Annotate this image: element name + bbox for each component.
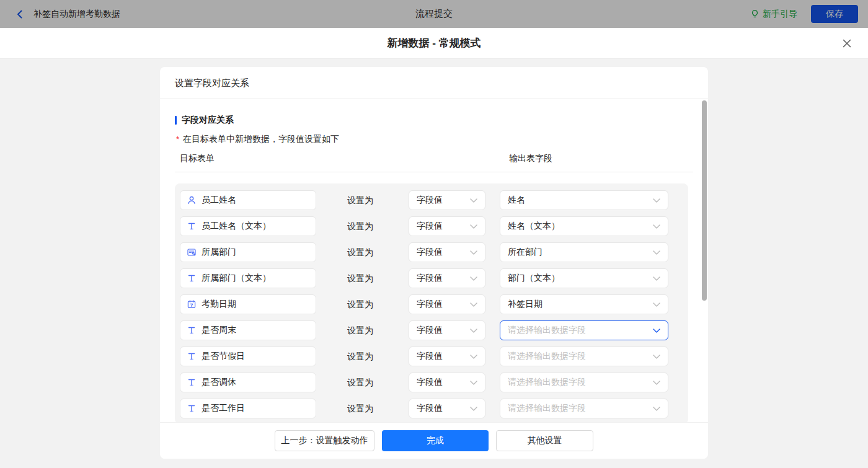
save-button[interactable]: 保存	[811, 5, 858, 23]
card-footer: 上一步：设置触发动作 完成 其他设置	[160, 422, 708, 459]
value-mode-text: 字段值	[417, 325, 466, 336]
target-field-box: 是否调休	[180, 373, 316, 392]
field-mapping-row: 是否工作日 设置为 字段值 请选择输出数据字段	[175, 399, 688, 418]
text-icon	[187, 377, 197, 387]
output-field-text: 请选择输出数据字段	[508, 403, 649, 414]
value-mode-select[interactable]: 字段值	[409, 242, 485, 262]
output-field-select[interactable]: 姓名	[500, 190, 668, 210]
value-mode-select[interactable]: 字段值	[409, 294, 485, 314]
section-title: 字段对应关系	[175, 115, 693, 126]
chevron-down-icon	[653, 250, 660, 255]
set-to-label: 设置为	[347, 216, 373, 236]
guide-button[interactable]: 新手引导	[750, 9, 797, 20]
target-field-box: 是否周末	[180, 320, 316, 340]
set-to-label: 设置为	[347, 347, 373, 366]
person-icon	[187, 195, 197, 205]
dialog-body: 设置字段对应关系 字段对应关系 *在目标表单中新增数据，字段值设置如下 目标表单…	[0, 59, 868, 468]
output-field-select[interactable]: 补签日期	[500, 294, 668, 314]
close-icon	[841, 37, 853, 50]
scrollbar-thumb[interactable]	[702, 100, 707, 301]
chevron-down-icon	[653, 407, 660, 411]
output-field-select[interactable]: 姓名（文本）	[500, 216, 668, 236]
target-field-label: 考勤日期	[202, 299, 236, 310]
chevron-down-icon	[470, 198, 477, 203]
set-to-label: 设置为	[347, 320, 373, 340]
done-button[interactable]: 完成	[382, 430, 489, 451]
value-mode-text: 字段值	[417, 273, 466, 284]
column-headers: 目标表单 输出表字段	[175, 145, 693, 172]
set-to-label: 设置为	[347, 268, 373, 288]
set-to-label: 设置为	[347, 373, 373, 392]
chevron-down-icon	[470, 355, 477, 359]
chevron-down-icon	[653, 198, 660, 203]
dialog-title-bar: 新增数据 - 常规模式	[0, 28, 868, 59]
column-header-target: 目标表单	[180, 153, 215, 164]
text-icon	[187, 273, 197, 283]
output-field-text: 姓名（文本）	[508, 221, 649, 232]
chevron-down-icon	[653, 276, 660, 281]
target-field-box: 考勤日期	[180, 294, 316, 314]
close-button[interactable]	[841, 37, 853, 50]
target-field-label: 是否调休	[202, 377, 236, 388]
chevron-down-icon	[653, 224, 660, 229]
chevron-down-icon	[470, 329, 477, 333]
output-field-select[interactable]: 请选择输出数据字段	[500, 399, 668, 418]
page-title: 流程提交	[0, 8, 868, 20]
target-field-label: 所属部门	[202, 247, 236, 258]
output-field-text: 所在部门	[508, 247, 649, 258]
required-asterisk: *	[176, 135, 179, 144]
set-to-label: 设置为	[347, 190, 373, 210]
output-field-text: 请选择输出数据字段	[508, 377, 649, 388]
field-mapping-list: 员工姓名 设置为 字段值 姓名 员工姓名（文本） 设置为 字段值 姓名（文本）	[175, 183, 688, 422]
field-mapping-row: 员工姓名（文本） 设置为 字段值 姓名（文本）	[175, 216, 688, 236]
chevron-down-icon	[653, 329, 660, 333]
dialog-title: 新增数据 - 常规模式	[387, 36, 480, 50]
scrollbar[interactable]	[702, 100, 707, 386]
output-field-text: 姓名	[508, 195, 649, 206]
other-settings-button[interactable]: 其他设置	[496, 430, 593, 451]
field-mapping-row: 考勤日期 设置为 字段值 补签日期	[175, 294, 688, 314]
output-field-text: 请选择输出数据字段	[508, 325, 649, 336]
target-field-label: 所属部门（文本）	[202, 273, 271, 284]
value-mode-text: 字段值	[417, 351, 466, 362]
field-mapping-row: 所属部门 设置为 字段值 所在部门	[175, 242, 688, 262]
target-field-box: 员工姓名（文本）	[180, 216, 316, 236]
target-field-label: 是否周末	[202, 325, 236, 336]
output-field-select[interactable]: 请选择输出数据字段	[500, 347, 668, 366]
field-mapping-card: 设置字段对应关系 字段对应关系 *在目标表单中新增数据，字段值设置如下 目标表单…	[160, 67, 708, 459]
value-mode-select[interactable]: 字段值	[409, 190, 485, 210]
field-mapping-row: 是否调休 设置为 字段值 请选择输出数据字段	[175, 373, 688, 392]
chevron-down-icon	[470, 381, 477, 385]
target-field-box: 是否节假日	[180, 347, 316, 366]
field-mapping-row: 员工姓名 设置为 字段值 姓名	[175, 190, 688, 210]
prev-step-button[interactable]: 上一步：设置触发动作	[275, 430, 374, 451]
value-mode-select[interactable]: 字段值	[409, 320, 485, 340]
section-accent-bar	[175, 116, 177, 125]
target-field-box: 所属部门	[180, 242, 316, 262]
column-header-output: 输出表字段	[509, 153, 552, 164]
topbar: 补签自动新增考勤数据 流程提交 新手引导 保存	[0, 0, 868, 28]
output-field-select[interactable]: 请选择输出数据字段	[500, 373, 668, 392]
chevron-down-icon	[470, 407, 477, 411]
target-field-label: 员工姓名（文本）	[202, 221, 271, 232]
set-to-label: 设置为	[347, 294, 373, 314]
target-field-box: 所属部门（文本）	[180, 268, 316, 288]
department-icon	[187, 247, 197, 257]
chevron-down-icon	[653, 355, 660, 359]
output-field-select[interactable]: 部门（文本）	[500, 268, 668, 288]
value-mode-select[interactable]: 字段值	[409, 347, 485, 366]
value-mode-select[interactable]: 字段值	[409, 399, 485, 418]
set-to-label: 设置为	[347, 399, 373, 418]
value-mode-select[interactable]: 字段值	[409, 373, 485, 392]
value-mode-text: 字段值	[417, 403, 466, 414]
value-mode-select[interactable]: 字段值	[409, 216, 485, 236]
output-field-text: 部门（文本）	[508, 273, 649, 284]
chevron-down-icon	[653, 302, 660, 307]
chevron-down-icon	[470, 302, 477, 307]
value-mode-text: 字段值	[417, 299, 466, 310]
output-field-select[interactable]: 请选择输出数据字段	[500, 320, 668, 340]
value-mode-select[interactable]: 字段值	[409, 268, 485, 288]
value-mode-text: 字段值	[417, 221, 466, 232]
output-field-select[interactable]: 所在部门	[500, 242, 668, 262]
text-icon	[187, 351, 197, 361]
